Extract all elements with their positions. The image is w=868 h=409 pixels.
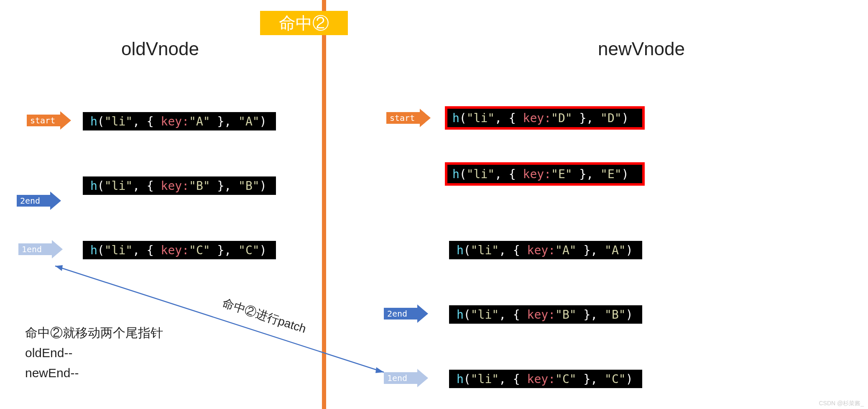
note-line-3: newEnd-- (25, 363, 163, 383)
svg-marker-1 (55, 265, 63, 271)
watermark: CSDN @杉菜酱_ (819, 400, 864, 407)
connector-label: 命中②进行patch (221, 296, 308, 335)
note-line-1: 命中②就移动两个尾指针 (25, 323, 163, 343)
note-line-2: oldEnd-- (25, 343, 163, 363)
note-block: 命中②就移动两个尾指针 oldEnd-- newEnd-- (25, 323, 163, 383)
svg-marker-2 (375, 367, 384, 373)
